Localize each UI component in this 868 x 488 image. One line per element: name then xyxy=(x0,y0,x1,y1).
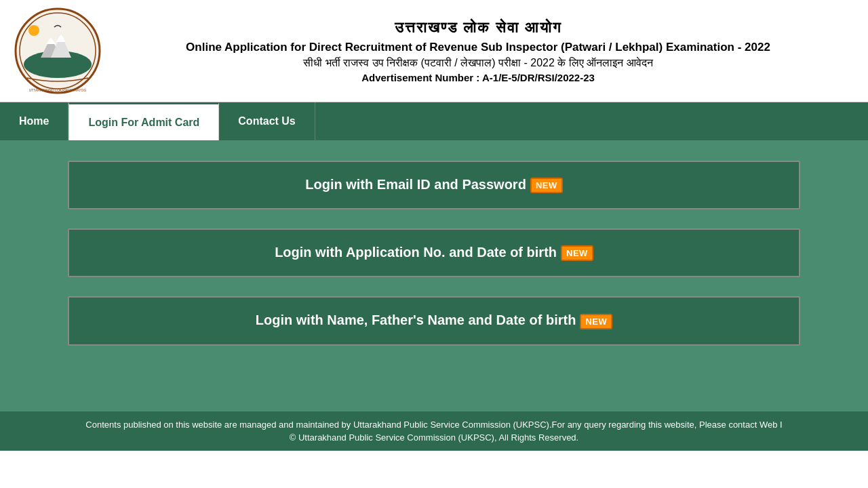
org-name-hindi: उत्तराखण्ड लोक सेवा आयोग xyxy=(115,19,841,37)
email-login-wrapper: Login with Email ID and PasswordNEW xyxy=(68,161,800,209)
name-login-new-badge: NEW xyxy=(580,314,612,329)
main-content: Login with Email ID and PasswordNEW Logi… xyxy=(0,140,868,411)
appno-login-new-badge: NEW xyxy=(561,245,593,261)
name-login-wrapper: Login with Name, Father's Name and Date … xyxy=(68,296,800,345)
appno-login-text: Login with Application No. and Date of b… xyxy=(275,245,557,260)
exam-title-english: Online Application for Direct Recruitmen… xyxy=(115,41,841,54)
main-navbar: Home Login For Admit Card Contact Us xyxy=(0,102,868,140)
footer-line1: Contents published on this website are m… xyxy=(14,420,854,430)
footer-line2: © Uttarakhand Public Service Commission … xyxy=(14,432,854,443)
name-login-text: Login with Name, Father's Name and Date … xyxy=(256,312,576,327)
email-login-button[interactable]: Login with Email ID and PasswordNEW xyxy=(68,161,800,209)
nav-home[interactable]: Home xyxy=(0,102,68,140)
name-login-button[interactable]: Login with Name, Father's Name and Date … xyxy=(68,296,800,345)
appno-login-wrapper: Login with Application No. and Date of b… xyxy=(68,228,800,277)
svg-text:UTTARAKHAND LOKASEWA AAYOG: UTTARAKHAND LOKASEWA AAYOG xyxy=(29,88,87,92)
email-login-new-badge: NEW xyxy=(530,178,563,193)
exam-title-hindi: सीधी भर्ती राजस्व उप निरीक्षक (पटवारी / … xyxy=(115,57,841,69)
header-text-block: उत्तराखण्ड लोक सेवा आयोग Online Applicat… xyxy=(102,19,854,83)
email-login-text: Login with Email ID and Password xyxy=(305,177,526,192)
page-footer: Contents published on this website are m… xyxy=(0,411,868,451)
nav-login-admit-card[interactable]: Login For Admit Card xyxy=(68,102,219,140)
advertisement-number: Advertisement Number : A-1/E-5/DR/RSI/20… xyxy=(115,72,841,83)
nav-contact-us[interactable]: Contact Us xyxy=(219,102,315,140)
org-logo: UTTARAKHAND LOKASEWA AAYOG xyxy=(14,7,102,95)
page-header: UTTARAKHAND LOKASEWA AAYOG उत्तराखण्ड लो… xyxy=(0,0,868,102)
svg-point-7 xyxy=(28,25,39,36)
appno-login-button[interactable]: Login with Application No. and Date of b… xyxy=(68,228,800,277)
